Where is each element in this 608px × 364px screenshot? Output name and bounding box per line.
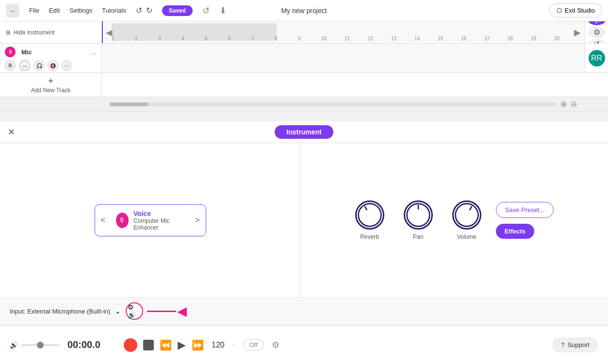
grid-icon: ⊞ [6, 29, 11, 36]
volume-slider-track[interactable] [21, 344, 60, 346]
menu-items: File Edit Settings Tutorials [29, 7, 126, 14]
track-icon: 🎙 [5, 47, 16, 57]
instrument-right: Reverb Pan [301, 143, 608, 297]
pan-knob[interactable] [404, 200, 433, 230]
saved-badge: Saved [162, 5, 193, 16]
preset-effects-group: Save Preset... Effects [496, 202, 554, 239]
transport-controls: ⏪ ▶ ⏩ [124, 338, 204, 352]
pan-label: Pan [413, 233, 423, 240]
voice-info: 🎙 Voice Computer Mic Enhancer [111, 205, 189, 236]
menu-tutorials[interactable]: Tutorials [102, 7, 126, 14]
voice-prev-button[interactable]: < [95, 211, 111, 230]
volume-knob[interactable] [452, 200, 481, 230]
volume-knob-group: Volume [452, 200, 481, 240]
mute-button[interactable]: 🔇 [48, 60, 58, 71]
zoom-out-button[interactable]: ⊖ [571, 99, 577, 109]
instrument-panel: ✕ Instrument < 🎙 Voice Computer Mic Enha… [0, 121, 608, 325]
app-logo[interactable]: – [6, 4, 19, 17]
track-controls: 🎙 Mic ... R Vol 🎧 🔇 ⋯ [0, 44, 102, 72]
voice-subtitle: Computer Mic Enhancer [133, 217, 184, 231]
settings-gear-icon[interactable]: ⚙ [589, 27, 605, 37]
timeline-ruler: ◀ ▶ 1 2 3 4 5 6 7 8 9 10 11 12 13 14 15 … [102, 21, 585, 43]
volume-slider-thumb[interactable] [37, 342, 44, 348]
exit-icon: ⬡ [557, 7, 562, 14]
menu-bar: – File Edit Settings Tutorials ↺ ↻ Saved… [0, 0, 608, 21]
transport-settings-icon[interactable]: ⚙ [272, 340, 279, 350]
sync-icon[interactable]: ↺ [202, 5, 210, 16]
download-icon[interactable]: ⬇ [219, 5, 227, 16]
arrow-indicator: ◀ [147, 304, 187, 319]
track-volume-knob[interactable]: Vol [18, 59, 31, 72]
bpm-display: 120 [212, 341, 225, 349]
add-track-row: + Add New Track [0, 73, 608, 97]
redo-button[interactable]: ↻ [146, 6, 152, 15]
track-buttons: R Vol 🎧 🔇 ⋯ [5, 59, 97, 72]
exit-studio-button[interactable]: ⬡ Exit Studio [549, 3, 602, 17]
input-label: Input: External Microphone (Built-in) [10, 308, 110, 315]
hide-instrument-label[interactable]: Hide Instrument [14, 29, 55, 36]
off-toggle[interactable]: Off [243, 339, 264, 350]
add-new-track-button[interactable]: + Add New Track [0, 73, 102, 97]
volume-icon: 🔊 [10, 341, 18, 349]
volume-label: Volume [457, 233, 477, 240]
transport-bar: 🔊 00:00.0 ⏪ ▶ ⏩ 120 - Off ⚙ ? Support [0, 325, 608, 364]
track-area: 🎙 Mic ... R Vol 🎧 🔇 ⋯ RR [0, 44, 608, 73]
monitor-button[interactable]: ⚙🔊 [126, 302, 143, 320]
rewind-button[interactable]: ⏪ [160, 339, 172, 351]
menu-edit[interactable]: Edit [49, 7, 60, 14]
scrollbar-area: ⊕ ⊖ [0, 97, 608, 112]
fast-forward-button[interactable]: ⏩ [192, 339, 204, 351]
voice-icon: 🎙 [116, 213, 129, 228]
stop-button[interactable] [143, 340, 154, 350]
scrollbar-thumb[interactable] [110, 102, 148, 106]
user-avatar[interactable]: RR [589, 50, 605, 66]
undo-redo-group: ↺ ↻ [136, 6, 152, 15]
play-button[interactable]: ▶ [178, 339, 186, 351]
track-name-row: 🎙 Mic ... [5, 47, 97, 57]
input-row: Input: External Microphone (Built-in) ⌄ … [0, 297, 608, 325]
menu-settings[interactable]: Settings [69, 7, 92, 14]
instrument-body: < 🎙 Voice Computer Mic Enhancer > [0, 143, 608, 297]
pan-knob-group: Pan [404, 200, 433, 240]
right-icons-track: RR [585, 44, 608, 72]
record-arm-button[interactable]: R [5, 60, 16, 71]
effects-button[interactable]: Effects [496, 224, 534, 239]
question-icon: ? [561, 341, 564, 348]
input-dropdown-chevron[interactable]: ⌄ [115, 307, 121, 315]
svg-point-6 [455, 203, 478, 226]
sidebar-header: ⊞ Hide Instrument [0, 21, 102, 43]
instrument-panel-header: ✕ Instrument [0, 121, 608, 143]
menu-right: ⬡ Exit Studio [549, 3, 602, 17]
track-name-label: Mic [21, 49, 32, 56]
track-more-button[interactable]: ... [90, 48, 97, 56]
voice-selector: < 🎙 Voice Computer Mic Enhancer > [95, 204, 206, 236]
volume-slider-group: 🔊 [10, 341, 60, 349]
separator: - [232, 340, 235, 350]
menu-file[interactable]: File [29, 7, 39, 14]
voice-next-button[interactable]: > [189, 211, 205, 230]
reverb-label: Reverb [360, 233, 379, 240]
voice-name: Voice [133, 210, 184, 217]
svg-text:Vol: Vol [22, 65, 27, 68]
timeline-header: ⊞ Hide Instrument ◀ ▶ 1 2 3 4 5 6 7 8 9 … [0, 21, 608, 44]
ruler-numbers: 1 2 3 4 5 6 7 8 9 10 11 12 13 14 15 16 1… [102, 21, 585, 43]
right-icons-header: ♪ ⚙ ↺ [585, 21, 608, 43]
reverb-knob[interactable] [355, 200, 384, 230]
instrument-tab[interactable]: Instrument [275, 125, 333, 139]
close-instrument-button[interactable]: ✕ [8, 127, 15, 137]
instrument-left: < 🎙 Voice Computer Mic Enhancer > [0, 143, 301, 297]
headphone-button[interactable]: 🎧 [34, 60, 45, 71]
support-button[interactable]: ? Support [552, 337, 598, 352]
zoom-in-button[interactable]: ⊕ [560, 99, 567, 109]
svg-point-2 [358, 203, 381, 226]
track-content [102, 44, 585, 72]
knobs-area: Reverb Pan [355, 200, 481, 240]
save-preset-button[interactable]: Save Preset... [496, 202, 554, 218]
horizontal-scrollbar[interactable] [110, 102, 557, 106]
midi-button[interactable]: ⋯ [61, 60, 72, 71]
undo-button[interactable]: ↺ [136, 6, 142, 15]
time-display: 00:00.0 [67, 339, 116, 350]
record-button[interactable] [124, 338, 137, 352]
reverb-knob-group: Reverb [355, 200, 384, 240]
project-title: My new project [281, 7, 327, 15]
